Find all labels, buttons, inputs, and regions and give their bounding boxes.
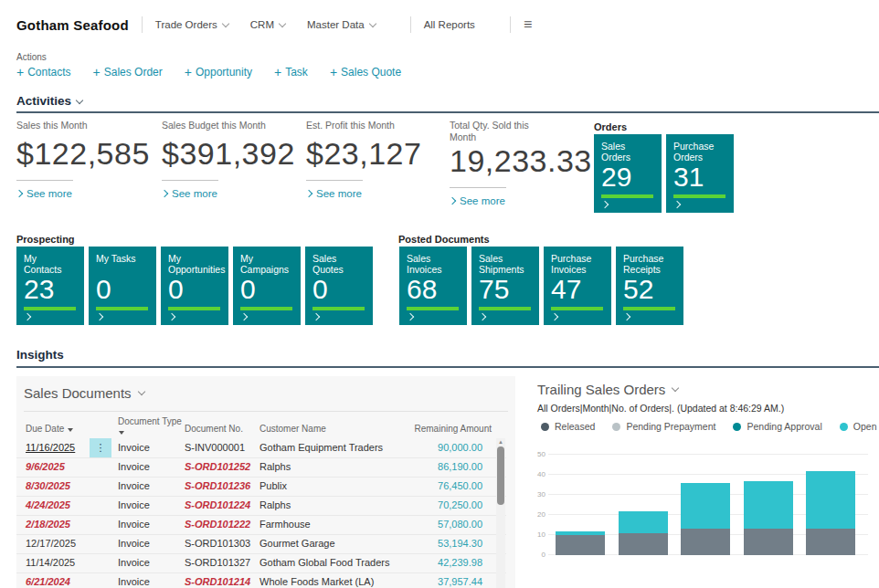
- tile-sales-invoices[interactable]: Sales Invoices 68: [399, 247, 467, 325]
- chart-bar-segment-released[interactable]: [681, 529, 730, 555]
- trailing-sales-orders-title[interactable]: Trailing Sales Orders: [537, 382, 678, 397]
- column-header-remaining-amount[interactable]: Remaining Amount: [415, 424, 492, 434]
- sales-documents-card: Sales Documents Due Date Document Type D…: [16, 376, 515, 588]
- scrollbar-thumb[interactable]: [497, 446, 504, 505]
- remaining-amount-link[interactable]: 53,194.30: [438, 538, 482, 549]
- filter-icon[interactable]: [68, 428, 73, 432]
- action-new-contacts[interactable]: +Contacts: [16, 65, 71, 79]
- legend-dot-icon: [840, 423, 848, 431]
- document-no-link[interactable]: S-INV000001: [185, 442, 245, 453]
- chart-bar-segment-released[interactable]: [619, 533, 668, 555]
- menu-crm[interactable]: CRM: [250, 19, 285, 30]
- action-new-sales-quote[interactable]: +Sales Quote: [330, 65, 401, 79]
- sales-documents-title[interactable]: Sales Documents: [24, 385, 144, 401]
- remaining-amount-link[interactable]: 86,190.00: [438, 461, 482, 472]
- menu-all-reports[interactable]: All Reports: [424, 19, 475, 30]
- kpi-underline: [162, 180, 218, 181]
- document-no-link[interactable]: S-ORD101327: [185, 557, 250, 568]
- document-no-link[interactable]: S-ORD101236: [185, 480, 250, 491]
- due-date-link[interactable]: 8/30/2025: [26, 480, 70, 491]
- tile-sales-orders[interactable]: Sales Orders 29: [594, 134, 662, 213]
- remaining-amount-link[interactable]: 42,239.98: [438, 557, 482, 568]
- chart-bar-segment-open[interactable]: [806, 471, 855, 530]
- insights-section-header[interactable]: Insights: [16, 348, 64, 362]
- scrollbar-up-icon[interactable]: ▲: [496, 438, 505, 446]
- tile-purchase-orders[interactable]: Purchase Orders 31: [666, 134, 734, 213]
- document-no-link[interactable]: S-ORD101252: [185, 461, 250, 472]
- chart-bar-segment-open[interactable]: [744, 481, 793, 530]
- tile-purchase-invoices[interactable]: Purchase Invoices 47: [544, 247, 611, 325]
- document-no-link[interactable]: S-ORD101222: [185, 519, 250, 530]
- hamburger-menu-icon[interactable]: ≡: [524, 17, 532, 32]
- plus-icon: +: [330, 65, 337, 79]
- tile-my-campaigns[interactable]: My Campaigns 0: [233, 247, 301, 325]
- due-date-link[interactable]: 9/6/2025: [26, 461, 65, 472]
- table-scrollbar[interactable]: ▲: [496, 438, 505, 588]
- chevron-right-icon: [407, 313, 414, 320]
- column-header-document-no[interactable]: Document No.: [185, 424, 243, 434]
- row-context-menu-icon[interactable]: ⋮: [90, 438, 111, 457]
- remaining-amount-link[interactable]: 76,450.00: [438, 480, 482, 491]
- tile-sales-quotes[interactable]: Sales Quotes 0: [305, 247, 373, 325]
- chevron-right-icon: [168, 313, 175, 320]
- tile-sales-shipments[interactable]: Sales Shipments 75: [471, 247, 539, 325]
- due-date-link[interactable]: 4/24/2025: [26, 499, 70, 510]
- action-new-opportunity[interactable]: +Opportunity: [185, 65, 252, 79]
- app-title: Gotham Seafood: [16, 17, 129, 33]
- see-more-link[interactable]: See more: [16, 188, 154, 199]
- remaining-amount-link[interactable]: 70,250.00: [438, 499, 482, 510]
- chart-bar-segment-open[interactable]: [619, 511, 668, 533]
- legend-label: Pending Prepayment: [626, 421, 715, 432]
- remaining-amount-link[interactable]: 57,080.00: [438, 519, 482, 530]
- column-header-due-date[interactable]: Due Date: [26, 424, 73, 434]
- document-no-link[interactable]: S-ORD101224: [185, 499, 250, 510]
- remaining-amount-link[interactable]: 37,957.44: [438, 576, 482, 587]
- chart-bar[interactable]: [619, 511, 668, 555]
- menu-trade-orders[interactable]: Trade Orders: [155, 19, 228, 30]
- kpi-label: Sales Budget this Month: [162, 120, 299, 131]
- kpi-value[interactable]: $391,392: [162, 136, 299, 172]
- filter-icon[interactable]: [119, 431, 124, 435]
- remaining-amount-link[interactable]: 90,000.00: [438, 442, 482, 453]
- see-more-link[interactable]: See more: [450, 195, 587, 206]
- due-date-link[interactable]: 12/17/2025: [26, 538, 76, 549]
- activities-section-header[interactable]: Activities: [16, 94, 82, 108]
- kpi-underline: [306, 180, 363, 181]
- tile-my-tasks[interactable]: My Tasks 0: [89, 247, 156, 325]
- posted-documents-group-title: Posted Documents: [398, 234, 490, 245]
- tile-purchase-receipts[interactable]: Purchase Receipts 52: [616, 247, 683, 325]
- chart-bar-segment-released[interactable]: [744, 529, 793, 555]
- column-header-customer-name[interactable]: Customer Name: [259, 424, 326, 434]
- kpi-value[interactable]: 19,233.33: [450, 143, 587, 179]
- tile-progress-bar: [240, 307, 292, 310]
- due-date-link[interactable]: 2/18/2025: [26, 519, 70, 530]
- chart-bar-segment-released[interactable]: [806, 529, 855, 555]
- customer-name: Gotham Global Food Traders: [259, 557, 389, 568]
- tile-my-opportunities[interactable]: My Opportunities 0: [161, 247, 228, 325]
- chart-bar[interactable]: [806, 471, 855, 555]
- legend-label: Open: [853, 421, 877, 432]
- action-new-sales-order[interactable]: +Sales Order: [93, 65, 163, 79]
- chart-bar[interactable]: [744, 481, 793, 555]
- kpi-value[interactable]: $23,127: [306, 136, 443, 172]
- kpi-value[interactable]: $122,585: [16, 136, 154, 172]
- due-date-link[interactable]: 11/14/2025: [26, 557, 75, 568]
- menu-master-data[interactable]: Master Data: [307, 19, 376, 30]
- column-header-document-type[interactable]: Document Type: [118, 416, 182, 436]
- chart-bar[interactable]: [556, 531, 605, 555]
- table-row: 2/18/2025 Invoice S-ORD101222 Farmhouse …: [16, 515, 506, 535]
- see-more-link[interactable]: See more: [162, 188, 299, 199]
- chart-legend: ReleasedPending PrepaymentPending Approv…: [541, 421, 876, 432]
- table-row: 9/6/2025 Invoice S-ORD101252 Ralphs 86,1…: [16, 457, 506, 478]
- chart-bar-segment-released[interactable]: [556, 535, 605, 555]
- chart-bar[interactable]: [681, 483, 730, 555]
- due-date-link[interactable]: 11/16/2025: [26, 442, 75, 453]
- tile-my-contacts[interactable]: My Contacts 23: [16, 247, 84, 325]
- document-no-link[interactable]: S-ORD101303: [185, 538, 250, 549]
- chart-bar-segment-open[interactable]: [681, 483, 730, 530]
- action-new-task[interactable]: +Task: [274, 65, 308, 79]
- document-no-link[interactable]: S-ORD101214: [185, 576, 250, 587]
- see-more-link[interactable]: See more: [306, 188, 443, 199]
- tile-progress-bar: [479, 307, 531, 310]
- due-date-link[interactable]: 6/21/2024: [26, 576, 70, 587]
